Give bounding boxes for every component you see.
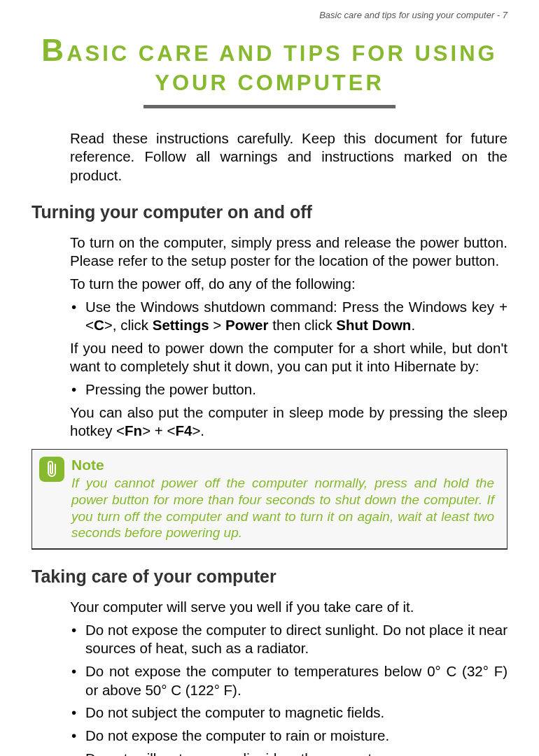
bullet-list: Pressing the power button. [70, 380, 507, 399]
title-dropcap: B [41, 33, 66, 67]
title-block: BASIC CARE AND TIPS FOR USING YOUR COMPU… [31, 33, 507, 108]
paragraph: You can also put the computer in sleep m… [70, 404, 507, 441]
title-rule [144, 105, 396, 108]
title-text: ASIC CARE AND TIPS FOR USING YOUR COMPUT… [66, 41, 498, 95]
paragraph: Your computer will serve you well if you… [70, 598, 507, 617]
paragraph: To turn the power off, do any of the fol… [70, 275, 507, 294]
list-item: Do not subject the computer to magnetic … [70, 704, 507, 722]
list-item: Use the Windows shutdown command: Press … [70, 298, 507, 335]
list-item: Do not expose the computer to temperatur… [70, 662, 507, 699]
paragraph: To turn on the computer, simply press an… [70, 234, 507, 271]
note-title: Note [71, 457, 494, 473]
list-item: Do not expose the computer to rain or mo… [70, 727, 507, 746]
bullet-list: Use the Windows shutdown command: Press … [70, 298, 507, 335]
note-body: If you cannot power off the computer nor… [71, 475, 494, 541]
page-header: Basic care and tips for using your compu… [31, 7, 507, 26]
section-heading-turning-on-off: Turning your computer on and off [31, 202, 507, 222]
paperclip-icon [39, 457, 64, 482]
section-heading-taking-care: Taking care of your computer [31, 566, 507, 587]
bullet-list: Do not expose the computer to direct sun… [70, 621, 507, 756]
paragraph: If you need to power down the computer f… [70, 339, 507, 376]
paperclip-icon-svg [44, 460, 59, 478]
intro-paragraph: Read these instructions carefully. Keep … [70, 129, 507, 185]
list-item: Do not spill water or any liquid on the … [70, 750, 507, 757]
list-item: Pressing the power button. [70, 380, 507, 399]
list-item: Do not expose the computer to direct sun… [70, 621, 507, 658]
note-callout: Note If you cannot power off the compute… [31, 449, 507, 550]
page: Basic care and tips for using your compu… [0, 0, 539, 756]
content-area: Read these instructions carefully. Keep … [70, 129, 507, 756]
